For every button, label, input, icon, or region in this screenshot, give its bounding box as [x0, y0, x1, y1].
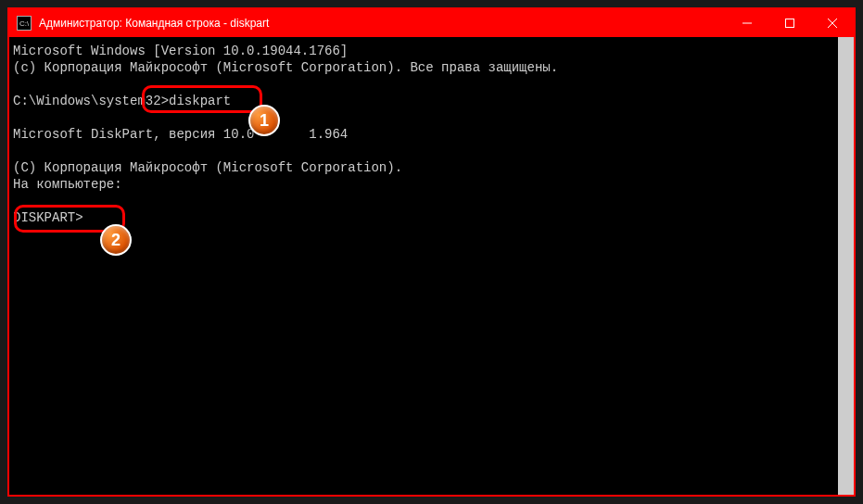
cmd-icon: C:\	[17, 16, 32, 31]
minimize-button[interactable]	[726, 9, 768, 37]
out-line: (C) Корпорация Майкрософт (Microsoft Cor…	[13, 160, 402, 175]
out-line: Microsoft Windows [Version 10.0.19044.17…	[13, 44, 348, 58]
scrollbar-thumb[interactable]	[838, 37, 854, 495]
terminal-output[interactable]: Microsoft Windows [Version 10.0.19044.17…	[9, 37, 838, 495]
typed-command: diskpart	[169, 94, 231, 108]
diskpart-prompt: DISKPART>	[13, 210, 83, 225]
out-line: На компьютере:	[13, 177, 122, 192]
svg-rect-1	[786, 19, 794, 28]
maximize-button[interactable]	[768, 9, 811, 37]
content-area: Microsoft Windows [Version 10.0.19044.17…	[9, 37, 854, 495]
vertical-scrollbar[interactable]	[838, 37, 854, 495]
window-title: Администратор: Командная строка - diskpa…	[39, 17, 269, 30]
titlebar[interactable]: C:\ Администратор: Командная строка - di…	[9, 9, 854, 37]
cmd-window: C:\ Администратор: Командная строка - di…	[7, 7, 856, 497]
prompt-path: C:\Windows\system32>	[13, 94, 169, 108]
out-line: Microsoft DiskPart, версия 10.0	[13, 127, 254, 142]
close-button[interactable]	[811, 9, 854, 37]
out-line: (c) Корпорация Майкрософт (Microsoft Cor…	[13, 60, 558, 75]
out-line: 1.964	[309, 127, 348, 142]
